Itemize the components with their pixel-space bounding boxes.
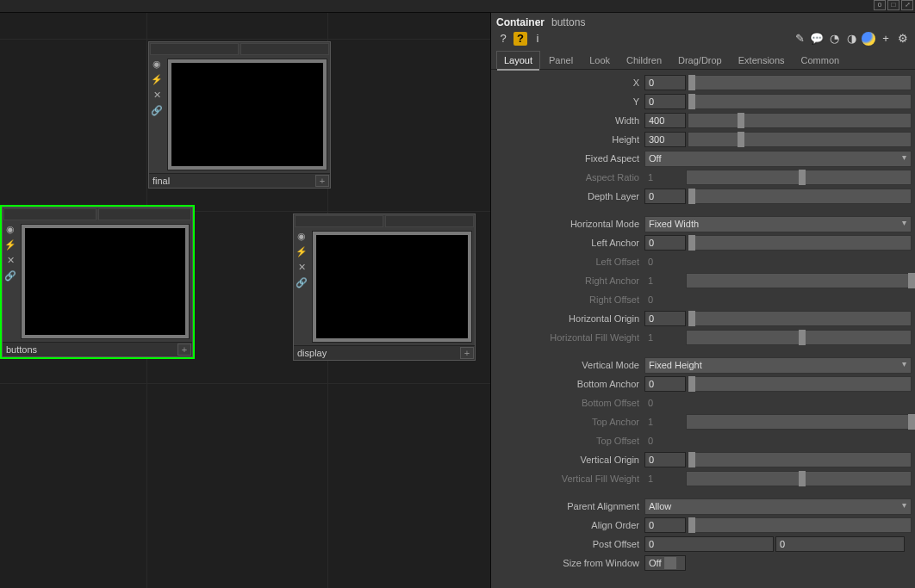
prop-label: Top Anchor xyxy=(495,417,644,427)
tag-icon[interactable]: ◔ xyxy=(827,32,841,46)
node-display[interactable]: ◉ ⚡ ✕ 🔗 + xyxy=(293,214,476,361)
align-order-input[interactable] xyxy=(644,517,686,533)
node-preview xyxy=(21,224,190,339)
bypass-icon[interactable]: ⚡ xyxy=(294,244,309,259)
parent-alignment-select[interactable]: Allow xyxy=(644,498,912,515)
x-input[interactable] xyxy=(644,75,686,90)
horizontal-origin-input[interactable] xyxy=(644,311,686,326)
top-offset-value: 0 xyxy=(644,436,653,446)
top-anchor-value: 1 xyxy=(644,417,653,427)
tab-panel[interactable]: Panel xyxy=(541,51,581,69)
window-minimize-button[interactable]: 0 xyxy=(874,0,886,10)
prop-label: Left Offset xyxy=(495,257,644,267)
vertical-mode-select[interactable]: Fixed Height xyxy=(644,357,912,374)
help-docs-icon[interactable]: ? xyxy=(514,32,527,46)
vertical-fill-weight-value: 1 xyxy=(644,473,653,484)
close-icon[interactable]: ✕ xyxy=(149,87,165,102)
vertical-origin-slider[interactable] xyxy=(688,452,912,467)
prop-label: Width xyxy=(495,115,644,126)
post-offset-y-input[interactable] xyxy=(775,536,905,552)
y-input[interactable] xyxy=(644,94,686,109)
top-anchor-slider[interactable] xyxy=(686,414,912,430)
node-name-input[interactable] xyxy=(294,346,459,360)
prop-label: Depth Layer xyxy=(495,191,644,201)
tab-layout[interactable]: Layout xyxy=(496,51,540,69)
x-slider[interactable] xyxy=(688,75,912,90)
node-add-button[interactable]: + xyxy=(460,347,474,359)
depth-layer-slider[interactable] xyxy=(688,189,912,204)
node-name-input[interactable] xyxy=(149,174,314,188)
tab-children[interactable]: Children xyxy=(619,51,669,69)
post-offset-x-input[interactable] xyxy=(644,536,774,552)
node-input-connector[interactable] xyxy=(3,208,96,220)
horizontal-origin-slider[interactable] xyxy=(688,311,912,326)
lock-icon[interactable]: 🔗 xyxy=(149,102,165,118)
horizontal-mode-select[interactable]: Fixed Width xyxy=(644,216,912,232)
lock-icon[interactable]: 🔗 xyxy=(3,268,18,283)
right-offset-value: 0 xyxy=(644,294,653,305)
window-expand-button[interactable]: ⤢ xyxy=(901,0,913,10)
bottom-anchor-slider[interactable] xyxy=(688,376,912,392)
close-icon[interactable]: ✕ xyxy=(294,259,309,275)
gear-icon[interactable]: ⚙ xyxy=(896,32,910,46)
vertical-fill-weight-slider[interactable] xyxy=(686,471,912,486)
window-maximize-button[interactable]: □ xyxy=(887,0,899,10)
prop-label: Top Offset xyxy=(495,436,644,446)
prop-label: Vertical Origin xyxy=(495,455,644,465)
node-input-connector[interactable] xyxy=(385,215,474,227)
node-final[interactable]: ◉ ⚡ ✕ 🔗 + xyxy=(148,41,331,189)
node-preview xyxy=(167,59,327,170)
node-add-button[interactable]: + xyxy=(177,344,191,356)
comment-icon[interactable]: 💬 xyxy=(810,32,824,46)
tab-common[interactable]: Common xyxy=(794,51,848,69)
node-input-connector[interactable] xyxy=(295,215,383,227)
aspect-ratio-slider[interactable] xyxy=(686,170,912,185)
prop-label: Bottom Offset xyxy=(495,398,644,408)
prop-label: Vertical Mode xyxy=(495,360,644,370)
align-order-slider[interactable] xyxy=(688,517,912,533)
width-slider[interactable] xyxy=(688,113,912,128)
bypass-icon[interactable]: ⚡ xyxy=(149,71,165,87)
width-input[interactable] xyxy=(644,113,686,128)
y-slider[interactable] xyxy=(688,94,912,109)
horizontal-fill-weight-slider[interactable] xyxy=(686,330,912,345)
node-input-connector[interactable] xyxy=(98,208,191,220)
left-offset-value: 0 xyxy=(644,257,653,267)
bottom-anchor-input[interactable] xyxy=(644,376,686,392)
right-anchor-slider[interactable] xyxy=(686,273,912,288)
left-anchor-slider[interactable] xyxy=(688,235,912,251)
node-input-connector[interactable] xyxy=(150,43,239,55)
python-icon[interactable] xyxy=(862,32,875,46)
view-icon[interactable]: ◉ xyxy=(149,56,165,71)
node-input-connector[interactable] xyxy=(240,43,329,55)
edit-icon[interactable]: ✎ xyxy=(793,32,806,46)
help-icon[interactable]: ? xyxy=(496,32,510,46)
tab-extensions[interactable]: Extensions xyxy=(731,51,793,69)
node-buttons[interactable]: ◉ ⚡ ✕ 🔗 + xyxy=(2,207,193,357)
node-name-input[interactable] xyxy=(3,343,177,356)
node-add-button[interactable]: + xyxy=(315,175,329,187)
prop-label: Horizontal Mode xyxy=(495,219,644,229)
prop-label: Bottom Anchor xyxy=(495,379,644,389)
add-icon[interactable]: + xyxy=(879,32,893,46)
prop-label: Vertical Fill Weight xyxy=(495,473,644,484)
fixed-aspect-select[interactable]: Off xyxy=(644,151,912,167)
view-icon[interactable]: ◉ xyxy=(3,221,18,237)
height-slider[interactable] xyxy=(688,132,912,147)
depth-layer-input[interactable] xyxy=(644,189,686,204)
tab-look[interactable]: Look xyxy=(582,51,618,69)
network-canvas[interactable]: ◉ ⚡ ✕ 🔗 + ◉ ⚡ ✕ 🔗 xyxy=(0,12,491,588)
tab-dragdrop[interactable]: Drag/Drop xyxy=(670,51,730,69)
size-from-window-toggle[interactable]: Off xyxy=(644,555,686,571)
left-anchor-input[interactable] xyxy=(644,235,686,251)
bypass-icon[interactable]: ⚡ xyxy=(3,237,18,252)
close-icon[interactable]: ✕ xyxy=(3,252,18,268)
height-input[interactable] xyxy=(644,132,686,147)
color-icon[interactable]: ◑ xyxy=(844,32,858,46)
view-icon[interactable]: ◉ xyxy=(294,228,309,244)
lock-icon[interactable]: 🔗 xyxy=(294,275,309,290)
info-icon[interactable]: i xyxy=(531,32,545,46)
horizontal-fill-weight-value: 1 xyxy=(644,332,653,343)
vertical-origin-input[interactable] xyxy=(644,452,686,467)
prop-label: Post Offset xyxy=(495,539,644,549)
